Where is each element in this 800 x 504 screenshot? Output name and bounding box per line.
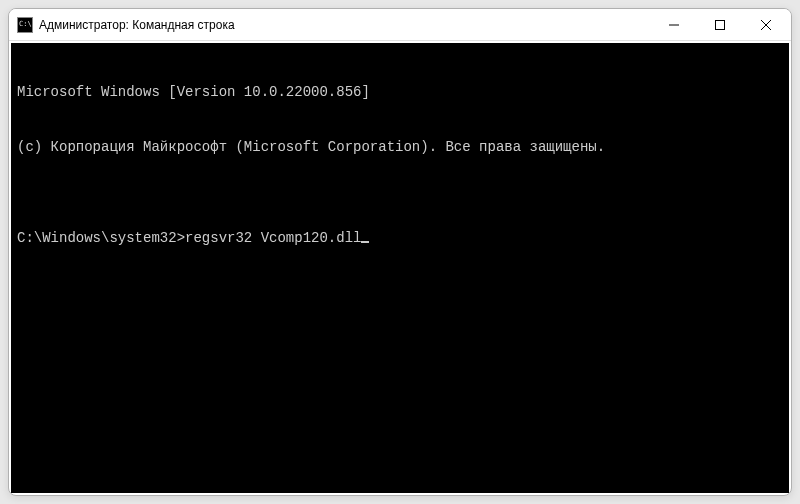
cmd-icon bbox=[17, 17, 33, 33]
window-title: Администратор: Командная строка bbox=[39, 18, 651, 32]
copyright-line: (c) Корпорация Майкрософт (Microsoft Cor… bbox=[17, 138, 783, 156]
minimize-icon bbox=[669, 20, 679, 30]
maximize-icon bbox=[715, 20, 725, 30]
command-prompt-window: Администратор: Командная строка Microsof… bbox=[8, 8, 792, 496]
prompt-path: C:\Windows\system32> bbox=[17, 229, 185, 247]
titlebar[interactable]: Администратор: Командная строка bbox=[9, 9, 791, 41]
minimize-button[interactable] bbox=[651, 9, 697, 40]
text-cursor bbox=[361, 241, 369, 243]
close-icon bbox=[761, 20, 771, 30]
svg-rect-1 bbox=[716, 20, 725, 29]
close-button[interactable] bbox=[743, 9, 789, 40]
terminal-area[interactable]: Microsoft Windows [Version 10.0.22000.85… bbox=[11, 43, 789, 493]
maximize-button[interactable] bbox=[697, 9, 743, 40]
command-input[interactable]: regsvr32 Vcomp120.dll bbox=[185, 229, 361, 247]
version-line: Microsoft Windows [Version 10.0.22000.85… bbox=[17, 83, 783, 101]
window-controls bbox=[651, 9, 789, 40]
prompt-line: C:\Windows\system32>regsvr32 Vcomp120.dl… bbox=[17, 229, 783, 247]
